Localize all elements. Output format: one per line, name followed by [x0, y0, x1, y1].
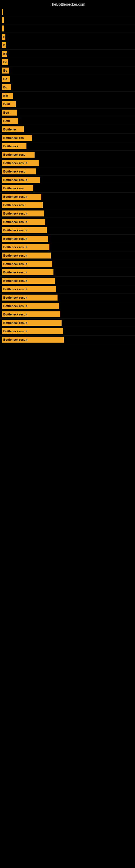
site-title: TheBottlenecker.com	[0, 0, 135, 8]
bar-label-31: Bottleneck result	[3, 271, 27, 274]
bar-label-21: Bottleneck res	[3, 187, 24, 190]
bar-18: Bottleneck result	[2, 160, 39, 166]
bar-label-38: Bottleneck result	[3, 330, 27, 333]
bar-17: Bottleneck resu	[2, 152, 35, 158]
bar-36: Bottleneck result	[2, 311, 60, 317]
bar-28: Bottleneck result	[2, 244, 49, 250]
list-item: Bottleneck result	[0, 268, 135, 277]
bar-label-15: Bottleneck res	[3, 136, 24, 140]
bar-5: Bo	[2, 51, 7, 57]
bar-label-12: Bott	[3, 111, 9, 114]
bar-22: Bottleneck result	[2, 194, 41, 199]
bar-30: Bottleneck result	[2, 261, 52, 267]
bar-23: Bottleneck resu	[2, 202, 43, 208]
bar-label-10: Bot	[3, 94, 8, 97]
bar-label-20: Bottleneck result	[3, 178, 27, 182]
list-item: Bo	[0, 66, 135, 75]
bar-label-8: Bo	[3, 77, 7, 81]
bar-38: Bottleneck result	[2, 328, 63, 334]
list-item: Bo	[0, 75, 135, 83]
bar-label-35: Bottleneck result	[3, 304, 27, 308]
list-item: B	[0, 41, 135, 50]
bar-label-22: Bottleneck result	[3, 195, 27, 198]
bar-29: Bottleneck result	[2, 252, 51, 258]
list-item: Bottleneck result	[0, 176, 135, 184]
bar-label-5: Bo	[3, 52, 7, 55]
bar-20: Bottleneck result	[2, 177, 40, 183]
bar-27: Bottleneck result	[2, 236, 48, 242]
list-item: Bo	[0, 83, 135, 92]
bar-label-18: Bottleneck result	[3, 161, 27, 165]
bar-1	[2, 17, 4, 23]
bar-label-33: Bottleneck result	[3, 287, 27, 291]
bar-label-25: Bottleneck result	[3, 220, 27, 223]
list-item: Bottleneck result	[0, 159, 135, 167]
list-item: Bottleneck result	[0, 319, 135, 327]
bar-label-27: Bottleneck result	[3, 237, 27, 240]
bar-39: Bottleneck result	[2, 337, 64, 343]
bar-4: B	[2, 42, 6, 48]
bar-label-6: Bo	[3, 61, 7, 64]
list-item: Bottleneck result	[0, 285, 135, 293]
bar-label-4: B	[3, 44, 5, 47]
bar-label-19: Bottleneck resu	[3, 170, 26, 173]
bar-9: Bo	[2, 84, 11, 90]
bar-16: Bottleneck	[2, 143, 27, 149]
list-item: Bottlenec	[0, 125, 135, 134]
bar-label-23: Bottleneck resu	[3, 204, 26, 207]
list-item: Bottleneck result	[0, 336, 135, 344]
bar-label-3: B	[3, 35, 5, 38]
bar-32: Bottleneck result	[2, 278, 55, 284]
bar-label-7: Bo	[3, 69, 7, 72]
bar-label-24: Bottleneck result	[3, 212, 27, 215]
list-item: Bottleneck result	[0, 209, 135, 218]
bar-15: Bottleneck res	[2, 135, 32, 141]
bar-34: Bottleneck result	[2, 294, 57, 301]
list-item	[0, 16, 135, 24]
list-item: Bottleneck result	[0, 293, 135, 302]
list-item: Bottleneck result	[0, 310, 135, 319]
bar-label-39: Bottleneck result	[3, 338, 27, 341]
bar-14: Bottlenec	[2, 126, 24, 132]
list-item	[0, 8, 135, 16]
bar-6: Bo	[2, 59, 8, 65]
bar-label-17: Bottleneck resu	[3, 153, 26, 156]
list-item: Bottleneck result	[0, 218, 135, 226]
bar-label-29: Bottleneck result	[3, 254, 27, 257]
bar-19: Bottleneck resu	[2, 168, 36, 175]
list-item: Bottleneck res	[0, 184, 135, 193]
list-item: Bottl	[0, 117, 135, 125]
list-item: Bo	[0, 58, 135, 66]
bar-label-26: Bottleneck result	[3, 229, 27, 232]
bar-12: Bott	[2, 110, 17, 116]
list-item: Bott	[0, 108, 135, 117]
bar-label-9: Bo	[3, 86, 7, 89]
bar-label-28: Bottleneck result	[3, 246, 27, 249]
bar-24: Bottleneck result	[2, 211, 44, 216]
bar-11: Bottl	[2, 101, 16, 107]
bar-25: Bottleneck result	[2, 219, 45, 225]
bar-21: Bottleneck res	[2, 185, 33, 191]
bar-35: Bottleneck result	[2, 303, 59, 309]
list-item: Bottleneck result	[0, 302, 135, 310]
bar-label-30: Bottleneck result	[3, 262, 27, 266]
list-item: Bottleneck res	[0, 134, 135, 142]
bar-3: B	[2, 34, 5, 40]
bar-label-13: Bottl	[3, 119, 10, 123]
list-item: Bottleneck result	[0, 277, 135, 285]
list-item: Bottl	[0, 100, 135, 108]
list-item: Bottleneck resu	[0, 151, 135, 159]
bar-label-37: Bottleneck result	[3, 321, 27, 324]
bar-8: Bo	[2, 76, 10, 82]
bar-label-11: Bottl	[3, 102, 10, 106]
list-item	[0, 24, 135, 33]
list-item: Bottleneck result	[0, 235, 135, 243]
list-item: Bottleneck result	[0, 260, 135, 268]
bar-0	[2, 9, 3, 14]
bar-37: Bottleneck result	[2, 320, 61, 326]
bar-label-34: Bottleneck result	[3, 296, 27, 299]
list-item: Bottleneck	[0, 142, 135, 151]
bar-label-32: Bottleneck result	[3, 279, 27, 282]
bar-10: Bot	[2, 93, 13, 99]
bar-26: Bottleneck result	[2, 227, 47, 233]
